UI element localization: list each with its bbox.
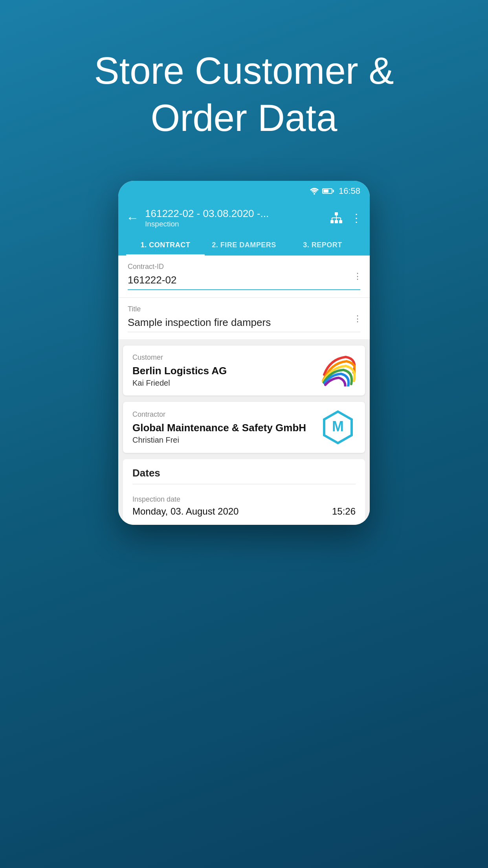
inspection-date-value: Monday, 03. August 2020 — [132, 506, 238, 517]
inspection-date-time: 15:26 — [332, 506, 356, 517]
svg-text:M: M — [332, 418, 344, 434]
tab-bar: 1. CONTRACT 2. FIRE DAMPERS 3. REPORT — [126, 235, 362, 256]
inspection-date-value-row: Monday, 03. August 2020 15:26 — [132, 506, 356, 517]
more-options-button[interactable]: ⋮ — [351, 211, 362, 224]
customer-person: Kai Friedel — [132, 379, 320, 388]
contractor-person: Christian Frei — [132, 436, 320, 445]
app-bar-title-section: 161222-02 - 03.08.2020 -... Inspection — [145, 208, 323, 228]
svg-rect-1 — [335, 212, 338, 215]
contractor-logo: M — [320, 410, 356, 445]
wifi-icon — [310, 188, 319, 195]
app-bar: ← 161222-02 - 03.08.2020 -... Inspection — [118, 201, 370, 256]
tab-contract[interactable]: 1. CONTRACT — [126, 235, 205, 256]
contract-id-label: Contract-ID — [128, 263, 360, 271]
inspection-date-row: Inspection date Monday, 03. August 2020 … — [123, 489, 365, 525]
title-label: Title — [128, 305, 360, 313]
status-icons: 16:58 — [310, 186, 360, 196]
contractor-hex-icon: M — [320, 410, 356, 445]
svg-rect-2 — [330, 220, 334, 223]
contractor-name: Global Maintenance & Safety GmbH — [132, 422, 320, 434]
contract-id-field: Contract-ID 161222-02 ⋮ — [118, 256, 370, 297]
contractor-label: Contractor — [132, 410, 320, 419]
svg-point-0 — [314, 193, 315, 195]
status-bar: 16:58 — [118, 181, 370, 201]
contract-id-more-button[interactable]: ⋮ — [353, 271, 362, 281]
customer-card[interactable]: Customer Berlin Logistics AG Kai Friedel — [123, 346, 365, 395]
hierarchy-icon[interactable] — [330, 211, 343, 225]
tab-report[interactable]: 3. REPORT — [283, 235, 362, 256]
content-area: Contract-ID 161222-02 ⋮ Title Sample ins… — [118, 256, 370, 525]
back-button[interactable]: ← — [126, 211, 139, 225]
app-bar-actions: ⋮ — [330, 211, 362, 225]
contractor-card-text: Contractor Global Maintenance & Safety G… — [132, 410, 320, 445]
dates-section-title: Dates — [132, 467, 356, 484]
customer-logo — [320, 355, 356, 386]
battery-icon — [322, 188, 332, 194]
customer-label: Customer — [132, 353, 320, 362]
title-field: Title Sample inspection fire dampers ⋮ — [118, 298, 370, 339]
customer-card-text: Customer Berlin Logistics AG Kai Friedel — [132, 353, 320, 388]
title-more-button[interactable]: ⋮ — [353, 314, 362, 324]
dates-section-header: Dates — [123, 459, 365, 489]
inspection-date-label: Inspection date — [132, 495, 356, 504]
title-value[interactable]: Sample inspection fire dampers — [128, 316, 360, 332]
customer-name: Berlin Logistics AG — [132, 365, 320, 377]
contractor-card[interactable]: Contractor Global Maintenance & Safety G… — [123, 402, 365, 453]
phone-mockup: 16:58 ← 161222-02 - 03.08.2020 -... Insp… — [118, 181, 370, 525]
svg-rect-4 — [339, 220, 342, 223]
app-bar-subtitle: Inspection — [145, 220, 323, 228]
hero-title: Store Customer & Order Data — [94, 47, 394, 142]
hero-header: Store Customer & Order Data — [63, 47, 426, 142]
app-bar-title: 161222-02 - 03.08.2020 -... — [145, 208, 323, 220]
contract-id-value[interactable]: 161222-02 — [128, 274, 360, 290]
svg-rect-3 — [335, 220, 338, 223]
status-time: 16:58 — [339, 186, 360, 196]
tab-fire-dampers[interactable]: 2. FIRE DAMPERS — [205, 235, 283, 256]
